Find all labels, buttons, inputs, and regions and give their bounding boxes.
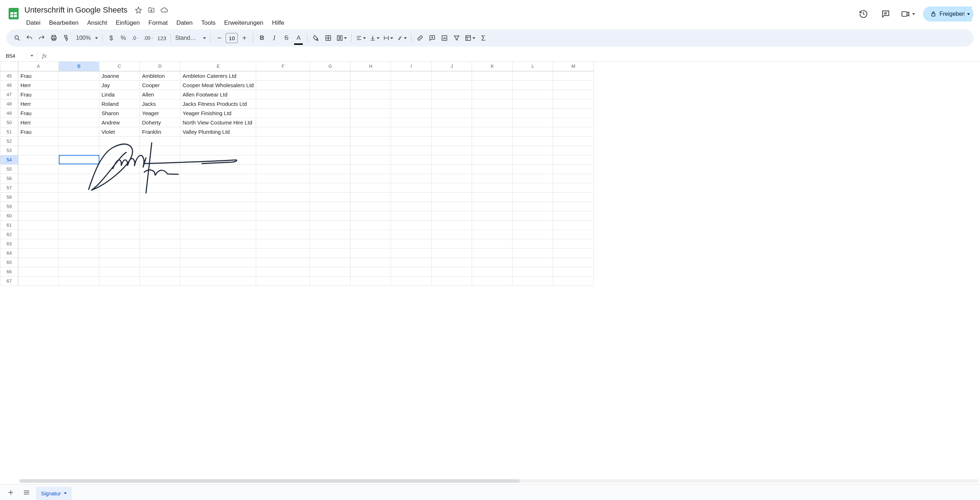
cell[interactable]: [512, 127, 553, 136]
col-header-L[interactable]: L: [512, 62, 553, 71]
cell[interactable]: [391, 164, 431, 174]
name-box[interactable]: B54: [0, 50, 37, 61]
cell[interactable]: [310, 136, 350, 146]
rotate-icon[interactable]: A: [395, 32, 408, 44]
row-header[interactable]: 55: [0, 164, 18, 174]
cell[interactable]: [18, 229, 59, 239]
cell[interactable]: North View Costume Hire Ltd: [180, 118, 256, 127]
cell[interactable]: [256, 127, 310, 136]
cell[interactable]: [140, 239, 180, 248]
cell[interactable]: Frau: [18, 127, 59, 136]
cell[interactable]: Herr: [18, 80, 59, 90]
cell[interactable]: [391, 183, 431, 192]
fill-color-icon[interactable]: [310, 32, 322, 44]
cell[interactable]: [99, 239, 140, 248]
cell[interactable]: [256, 239, 310, 248]
cell[interactable]: [350, 183, 391, 192]
cell[interactable]: [350, 146, 391, 155]
row-header[interactable]: 64: [0, 248, 18, 258]
cell[interactable]: [180, 136, 256, 146]
cell[interactable]: [180, 202, 256, 211]
cell[interactable]: [99, 267, 140, 276]
cell[interactable]: [99, 183, 140, 192]
cell[interactable]: [99, 164, 140, 174]
col-header-F[interactable]: F: [256, 62, 310, 71]
cell[interactable]: [180, 155, 256, 164]
cell[interactable]: [472, 108, 512, 118]
cell[interactable]: [59, 258, 99, 267]
cell[interactable]: [140, 192, 180, 202]
cell[interactable]: [140, 229, 180, 239]
cell[interactable]: Joanne: [99, 71, 140, 80]
font-size-increase-icon[interactable]: +: [239, 32, 250, 44]
cell[interactable]: [310, 99, 350, 108]
cell[interactable]: [99, 276, 140, 285]
col-header-I[interactable]: I: [391, 62, 431, 71]
cell[interactable]: [18, 239, 59, 248]
cell[interactable]: [350, 192, 391, 202]
cell[interactable]: [18, 211, 59, 220]
cell[interactable]: [350, 267, 391, 276]
cell[interactable]: Frau: [18, 71, 59, 80]
cell[interactable]: [553, 146, 593, 155]
cell[interactable]: [99, 155, 140, 164]
cell[interactable]: [180, 192, 256, 202]
cell[interactable]: [256, 174, 310, 183]
cell[interactable]: [553, 202, 593, 211]
cell[interactable]: [512, 164, 553, 174]
cell[interactable]: [431, 164, 472, 174]
cell[interactable]: [180, 267, 256, 276]
cell[interactable]: [431, 276, 472, 285]
cell[interactable]: [350, 220, 391, 229]
cell[interactable]: [310, 146, 350, 155]
cell[interactable]: [18, 164, 59, 174]
cell[interactable]: [391, 127, 431, 136]
cell[interactable]: [256, 220, 310, 229]
cell[interactable]: [431, 211, 472, 220]
cell[interactable]: [256, 146, 310, 155]
cell[interactable]: [59, 248, 99, 258]
cell[interactable]: [391, 202, 431, 211]
cell[interactable]: [310, 164, 350, 174]
search-icon[interactable]: [11, 32, 23, 44]
link-icon[interactable]: [414, 32, 426, 44]
col-header-D[interactable]: D: [140, 62, 180, 71]
cell[interactable]: [310, 229, 350, 239]
cell[interactable]: [350, 239, 391, 248]
cell[interactable]: [140, 220, 180, 229]
cell[interactable]: [391, 276, 431, 285]
cell[interactable]: [431, 258, 472, 267]
row-header[interactable]: 53: [0, 146, 18, 155]
cell[interactable]: [180, 146, 256, 155]
borders-icon[interactable]: [323, 32, 334, 44]
cell[interactable]: [256, 211, 310, 220]
cell[interactable]: [431, 127, 472, 136]
cell[interactable]: [180, 248, 256, 258]
cell[interactable]: [431, 118, 472, 127]
cell[interactable]: [310, 127, 350, 136]
cell[interactable]: Violet: [99, 127, 140, 136]
cell[interactable]: [512, 202, 553, 211]
sheet-tab-active[interactable]: Signatur: [36, 487, 72, 500]
cell[interactable]: [350, 71, 391, 80]
cell[interactable]: Doherty: [140, 118, 180, 127]
cell[interactable]: [140, 258, 180, 267]
cell[interactable]: [472, 127, 512, 136]
wrap-icon[interactable]: [382, 32, 395, 44]
cell[interactable]: [512, 136, 553, 146]
cell[interactable]: [391, 239, 431, 248]
cell[interactable]: [472, 136, 512, 146]
cell[interactable]: Yeager: [140, 108, 180, 118]
cell[interactable]: [140, 174, 180, 183]
cell[interactable]: [350, 211, 391, 220]
cell[interactable]: [350, 108, 391, 118]
paint-format-icon[interactable]: [60, 32, 72, 44]
cell[interactable]: [350, 229, 391, 239]
cell[interactable]: [391, 229, 431, 239]
cell[interactable]: [99, 174, 140, 183]
cell[interactable]: [391, 267, 431, 276]
row-header[interactable]: 60: [0, 211, 18, 220]
cell[interactable]: [512, 229, 553, 239]
cell[interactable]: [310, 202, 350, 211]
cell[interactable]: [99, 202, 140, 211]
